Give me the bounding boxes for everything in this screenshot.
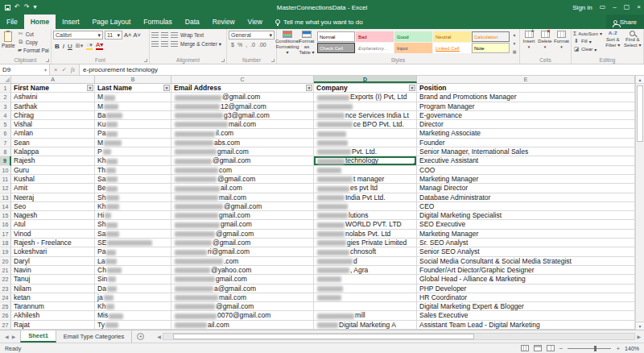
cell-position[interactable]: Marketing Associate bbox=[417, 129, 635, 138]
cell-position[interactable]: Program Manager bbox=[417, 102, 635, 111]
scroll-down-icon[interactable]: ▼ bbox=[636, 322, 644, 330]
cell-first-name[interactable]: Atul bbox=[11, 220, 95, 229]
cell-position[interactable]: Senior SEO Analyst bbox=[417, 247, 635, 256]
font-size-combo[interactable]: 11▾ bbox=[105, 31, 122, 39]
enter-icon[interactable]: ✓ bbox=[61, 66, 66, 73]
cell-first-name[interactable]: Nilam bbox=[11, 284, 95, 293]
cell-company[interactable] bbox=[314, 284, 417, 293]
cell-position[interactable]: Senior Manager, International Sales bbox=[417, 147, 635, 156]
gallery-more-icon[interactable]: ▦ bbox=[513, 49, 517, 54]
cell-position[interactable]: Digital Marketing Expert & Blogger bbox=[417, 302, 635, 311]
cell-company[interactable]: Exports (I) Pvt, Ltd bbox=[314, 93, 417, 102]
cell-company[interactable] bbox=[314, 139, 417, 147]
cell-email[interactable]: @gmail.com bbox=[171, 302, 314, 311]
scroll-left-icon[interactable]: ◀ bbox=[157, 334, 161, 339]
row-number[interactable]: 23 bbox=[0, 284, 11, 293]
cell-company[interactable] bbox=[314, 129, 417, 138]
cell-first-name[interactable]: ketan bbox=[11, 293, 95, 302]
cell-position[interactable]: Managi Director bbox=[417, 184, 635, 193]
align-middle-icon[interactable] bbox=[161, 32, 168, 38]
gallery-down-icon[interactable]: ▼ bbox=[513, 41, 517, 46]
cell-first-name[interactable]: Vishal bbox=[11, 120, 95, 129]
cell-last-name[interactable]: Pa bbox=[95, 129, 171, 138]
underline-button[interactable]: U bbox=[68, 43, 72, 50]
formula-input[interactable]: e-procurement technology bbox=[79, 64, 644, 75]
style-check-cell[interactable]: Check Cell bbox=[317, 43, 355, 53]
cell-position[interactable]: E-governance bbox=[417, 111, 635, 120]
cell-position[interactable]: HR Coordinator bbox=[417, 293, 635, 302]
header-company[interactable]: Company▾ bbox=[314, 84, 417, 93]
style-linked-cell[interactable]: Linked Cell bbox=[433, 43, 471, 53]
sheet-tab-email-type-categories[interactable]: Email Type Categories bbox=[56, 330, 132, 343]
row-number[interactable]: 2 bbox=[0, 93, 11, 102]
cell-last-name[interactable]: Kh bbox=[95, 302, 171, 311]
cell-position[interactable]: Global Head - Alliance & Marketing bbox=[417, 275, 635, 284]
cell-first-name[interactable]: Seo bbox=[11, 202, 95, 211]
cell-position[interactable]: Sales Executive bbox=[417, 311, 635, 320]
row-number[interactable]: 24 bbox=[0, 293, 11, 302]
cell-first-name[interactable]: Sarthak bbox=[11, 102, 95, 111]
cell-first-name[interactable]: Amit bbox=[11, 184, 95, 193]
tab-insert[interactable]: Insert bbox=[56, 15, 85, 29]
clipboard-dialog-launcher-icon[interactable] bbox=[46, 59, 49, 62]
share-button[interactable]: Share bbox=[606, 15, 644, 29]
restore-button[interactable]: ▢ bbox=[624, 4, 630, 10]
cell-position[interactable]: Marketing Manager bbox=[417, 230, 635, 239]
paste-button[interactable]: Paste bbox=[2, 31, 15, 56]
row-number[interactable]: 27 bbox=[0, 321, 11, 330]
sign-in-button[interactable]: Sign in bbox=[572, 4, 592, 11]
row-number[interactable]: 16 bbox=[0, 220, 11, 229]
cell-company[interactable]: , Agra bbox=[314, 266, 417, 275]
cell-position[interactable]: SEO Executive bbox=[417, 220, 635, 229]
row-number[interactable]: 19 bbox=[0, 247, 11, 256]
row-number[interactable]: 9 bbox=[0, 156, 11, 165]
cell-position[interactable]: CEO bbox=[417, 202, 635, 211]
row-number[interactable]: 12 bbox=[0, 184, 11, 193]
gallery-up-icon[interactable]: ▲ bbox=[513, 32, 517, 37]
tab-review[interactable]: Review bbox=[206, 15, 242, 29]
cell-email[interactable]: 12@gmail.com bbox=[171, 102, 314, 111]
cell-email[interactable]: @gmail.com bbox=[171, 239, 314, 247]
cell-last-name[interactable]: Sh bbox=[95, 193, 171, 202]
name-box[interactable]: D9 ▾ bbox=[0, 64, 50, 75]
cell-last-name[interactable]: Be bbox=[95, 184, 171, 193]
cell-first-name[interactable]: Rajat bbox=[11, 321, 95, 330]
cell-company[interactable]: ce BPO Pvt. Ltd. bbox=[314, 120, 417, 129]
filter-icon[interactable]: ▾ bbox=[87, 85, 93, 91]
cell-last-name[interactable]: Pa bbox=[95, 247, 171, 256]
cell-first-name[interactable]: Chirag bbox=[11, 111, 95, 120]
row-number[interactable]: 17 bbox=[0, 230, 11, 239]
tab-file[interactable]: File bbox=[0, 15, 24, 29]
qat-customize-icon[interactable]: ▾ bbox=[33, 4, 36, 10]
row-number[interactable]: 15 bbox=[0, 211, 11, 220]
cell-email[interactable]: @gmail.com bbox=[171, 93, 314, 102]
row-number[interactable]: 21 bbox=[0, 266, 11, 275]
cell-email[interactable]: mail.com bbox=[171, 293, 314, 302]
cell-email[interactable]: 0070@gmail.com bbox=[171, 311, 314, 320]
cell-email[interactable]: @yahoo.com bbox=[171, 266, 314, 275]
cell-email[interactable]: g3@gmail.com bbox=[171, 111, 314, 120]
cell-company[interactable] bbox=[314, 275, 417, 284]
cell-first-name[interactable]: Akhilesh bbox=[11, 311, 95, 320]
bold-button[interactable]: B bbox=[55, 43, 60, 50]
delete-cells-button[interactable]: Delete▾ bbox=[538, 31, 552, 56]
row-number[interactable]: 5 bbox=[0, 120, 11, 129]
cell-company[interactable]: Digital Marketing A bbox=[314, 321, 417, 330]
copy-button[interactable]: ⧉Copy bbox=[18, 39, 49, 45]
shrink-font-button[interactable]: A˅ bbox=[133, 31, 140, 39]
alignment-dialog-launcher-icon[interactable] bbox=[221, 59, 225, 62]
save-icon[interactable] bbox=[5, 5, 10, 10]
align-left-icon[interactable] bbox=[151, 41, 159, 47]
sheet-nav-right-icon[interactable]: ▶ bbox=[12, 334, 16, 339]
cell-first-name[interactable]: Nagesh bbox=[11, 211, 95, 220]
zoom-out-button[interactable]: − bbox=[559, 345, 564, 352]
format-as-table-button[interactable]: Format asTable ▾ bbox=[298, 31, 316, 56]
percent-format-button[interactable]: % bbox=[237, 42, 242, 48]
style-input[interactable]: Input bbox=[394, 43, 432, 53]
increase-decimal-button[interactable]: .0 bbox=[250, 42, 255, 48]
align-bottom-icon[interactable] bbox=[171, 32, 178, 38]
cell-last-name[interactable]: Sh bbox=[95, 220, 171, 229]
tab-data[interactable]: Data bbox=[179, 15, 206, 29]
cut-button[interactable]: ✂Cut bbox=[18, 31, 49, 37]
fill-button[interactable]: ⬇Fill ▾ bbox=[573, 38, 602, 44]
